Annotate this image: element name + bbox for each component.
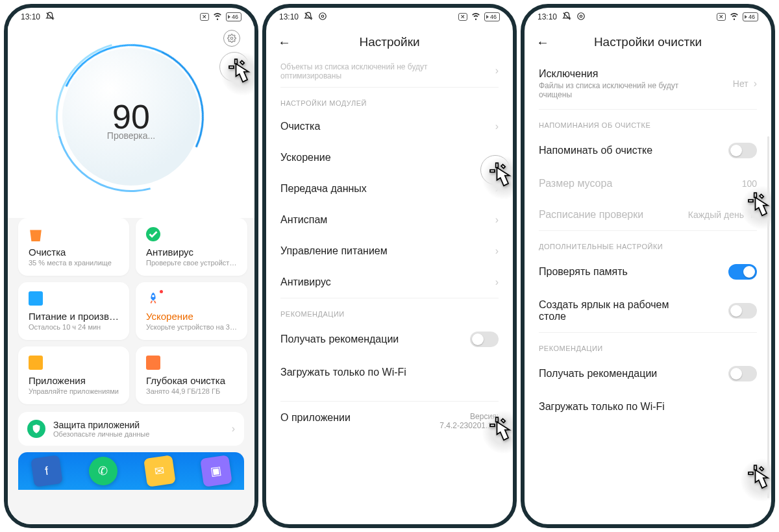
svg-point-1 bbox=[152, 295, 155, 298]
card-apps[interactable]: Приложения Управляйте приложениями bbox=[18, 346, 129, 404]
statusbar: 13:10 ✕ 46 bbox=[8, 8, 254, 26]
item-data[interactable]: Передача данных› bbox=[266, 173, 513, 204]
item-schedule[interactable]: Расписание проверкиКаждый день⇅ bbox=[525, 199, 771, 230]
phone-clean-settings: 13:10 ✕ 46 ← Настройки очистки Исключени… bbox=[521, 4, 775, 528]
card-title: Приложения bbox=[29, 375, 119, 386]
svg-point-5 bbox=[321, 15, 324, 18]
gear-icon bbox=[576, 12, 586, 23]
battery-indicator: 46 bbox=[226, 12, 241, 21]
battery-icon bbox=[29, 291, 43, 306]
card-sub: Осталось 10 ч 24 мин bbox=[29, 323, 119, 331]
toggle-shortcut[interactable] bbox=[728, 303, 757, 319]
back-button[interactable]: ← bbox=[278, 35, 291, 50]
item-remind[interactable]: Напоминать об очистке bbox=[525, 133, 771, 168]
card-title: Глубокая очистка bbox=[146, 375, 237, 386]
chevron-right-icon: › bbox=[232, 423, 235, 435]
item-about[interactable]: О приложении Версия:7.4.2-230201.1.2 bbox=[266, 402, 513, 441]
section-recommendations: РЕКОМЕНДАЦИИ bbox=[525, 333, 771, 356]
gear-icon bbox=[318, 12, 327, 23]
card-antivirus[interactable]: Антивирус Проверьте свое устройст… bbox=[136, 218, 247, 276]
section-extra: ДОПОЛНИТЕЛЬНЫЕ НАСТРОЙКИ bbox=[525, 231, 771, 254]
card-title: Антивирус bbox=[146, 247, 237, 258]
card-sub: Занято 44,9 ГБ/128 ГБ bbox=[146, 387, 237, 395]
chevron-right-icon: › bbox=[754, 78, 757, 90]
no-sim-icon: ✕ bbox=[717, 13, 726, 21]
folder-icon bbox=[29, 356, 43, 370]
selection-ring bbox=[480, 155, 510, 185]
toggle-recommendations[interactable] bbox=[470, 332, 499, 347]
exclusions-note[interactable]: Объекты из списка исключений не будут оп… bbox=[266, 58, 513, 87]
back-button[interactable]: ← bbox=[536, 35, 549, 50]
promo-facebook-icon: f bbox=[31, 455, 63, 487]
card-sub: Управляйте приложениями bbox=[29, 387, 119, 395]
chevron-right-icon: › bbox=[495, 121, 499, 132]
svg-point-13 bbox=[580, 15, 582, 18]
item-antispam[interactable]: Антиспам› bbox=[266, 204, 513, 236]
banner-title: Защита приложений bbox=[53, 420, 224, 430]
card-power[interactable]: Питание и произв… Осталось 10 ч 24 мин bbox=[18, 282, 129, 340]
item-check-memory[interactable]: Проверять память bbox=[525, 254, 771, 289]
chevron-right-icon: › bbox=[495, 245, 499, 257]
promo-gallery-icon: ▣ bbox=[200, 455, 232, 487]
shield-icon bbox=[27, 420, 45, 438]
gauge-label: Проверка... bbox=[107, 130, 155, 141]
promo-mail-icon: ✉ bbox=[143, 455, 176, 487]
battery-indicator: 46 bbox=[484, 12, 500, 21]
version-value: 7.4.2-230201.1.2 bbox=[439, 421, 499, 430]
item-antivirus[interactable]: Антивирус› bbox=[266, 267, 513, 298]
item-exclusions[interactable]: Исключения Файлы из списка исключений не… bbox=[525, 58, 771, 109]
statusbar: 13:10 ✕ 46 bbox=[266, 8, 513, 26]
chevron-right-icon: › bbox=[495, 214, 499, 226]
scrollbar[interactable] bbox=[767, 136, 769, 498]
status-time: 13:10 bbox=[21, 12, 40, 21]
selection-ring bbox=[219, 52, 249, 82]
item-boost[interactable]: Ускорение bbox=[266, 142, 513, 173]
about-label: О приложении bbox=[280, 412, 351, 430]
banner-sub: Обезопасьте личные данные bbox=[53, 430, 224, 438]
item-clean[interactable]: Очистка› bbox=[266, 111, 513, 142]
value: Каждый день bbox=[688, 210, 744, 220]
check-icon bbox=[146, 227, 160, 241]
card-boost[interactable]: Ускорение Ускорьте устройство на 3… bbox=[136, 282, 247, 340]
wifi-icon bbox=[213, 12, 222, 23]
page-header: ← Настройки bbox=[266, 26, 513, 58]
svg-point-6 bbox=[319, 12, 327, 19]
battery-indicator: 46 bbox=[743, 12, 758, 21]
toggle-remind[interactable] bbox=[728, 143, 757, 158]
settings-button[interactable] bbox=[223, 30, 240, 47]
wifi-icon bbox=[730, 12, 739, 23]
no-sim-icon: ✕ bbox=[458, 13, 467, 21]
updown-icon: ⇅ bbox=[749, 210, 757, 220]
bell-off-icon bbox=[45, 12, 55, 23]
page-header: ← Настройки очистки bbox=[525, 26, 771, 58]
section-reminders: НАПОМИНАНИЯ ОБ ОЧИСТКЕ bbox=[525, 110, 771, 133]
toggle-recommendations[interactable] bbox=[728, 366, 757, 381]
wifi-icon bbox=[471, 12, 480, 23]
no-sim-icon: ✕ bbox=[200, 13, 209, 21]
trash-icon bbox=[29, 227, 43, 241]
item-recommendations[interactable]: Получать рекомендации bbox=[266, 322, 513, 357]
broom-icon bbox=[146, 356, 160, 370]
item-recommendations[interactable]: Получать рекомендации bbox=[525, 356, 771, 391]
promo-whatsapp-icon: ✆ bbox=[87, 455, 119, 487]
item-wifi-only[interactable]: Загружать только по Wi-Fi bbox=[525, 391, 771, 422]
item-trash-size[interactable]: Размер мусора100 bbox=[525, 168, 771, 199]
chevron-right-icon: › bbox=[495, 65, 499, 77]
promo-strip[interactable]: f ✆ ✉ ▣ bbox=[18, 452, 244, 490]
optimization-gauge[interactable]: 90 Проверка... bbox=[47, 32, 216, 201]
item-power[interactable]: Управление питанием› bbox=[266, 236, 513, 267]
card-sub: Ускорьте устройство на 3… bbox=[146, 323, 237, 331]
toggle-check-memory[interactable] bbox=[728, 264, 757, 280]
status-time: 13:10 bbox=[538, 12, 557, 21]
rocket-icon bbox=[146, 291, 160, 306]
card-sub: Проверьте свое устройст… bbox=[146, 259, 237, 267]
item-wifi-only[interactable]: Загружать только по Wi-Fi bbox=[266, 357, 513, 388]
card-title: Питание и произв… bbox=[29, 311, 119, 322]
svg-point-14 bbox=[578, 12, 585, 19]
item-shortcut[interactable]: Создать ярлык на рабочем столе bbox=[525, 289, 771, 332]
card-clean[interactable]: Очистка 35 % места в хранилище bbox=[18, 218, 129, 276]
phone-home: 13:10 ✕ 46 90 Проверка... bbox=[4, 4, 258, 528]
statusbar: 13:10 ✕ 46 bbox=[525, 8, 771, 26]
app-protection-banner[interactable]: Защита приложений Обезопасьте личные дан… bbox=[18, 412, 244, 446]
card-deep-clean[interactable]: Глубокая очистка Занято 44,9 ГБ/128 ГБ bbox=[136, 346, 247, 404]
